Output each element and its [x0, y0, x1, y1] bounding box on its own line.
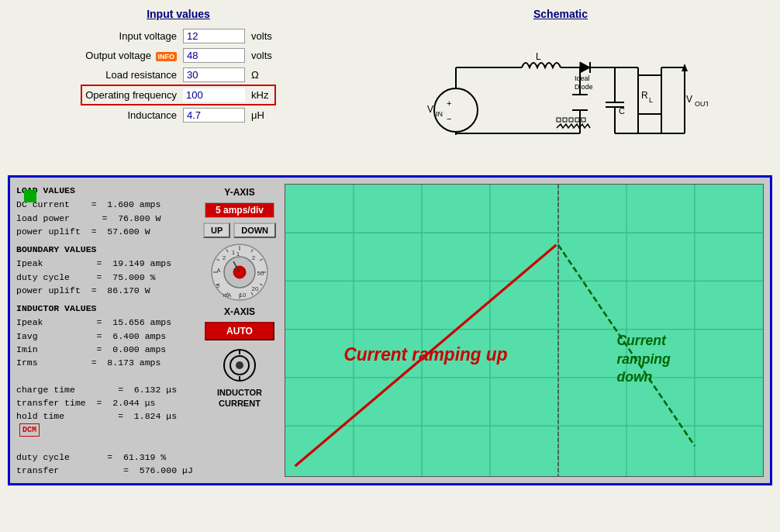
input-voltage-label: Input voltage [81, 26, 180, 46]
input-voltage-input[interactable] [183, 29, 245, 43]
oscilloscope-chart: Current ramping up Current ramping down [285, 184, 764, 477]
up-button[interactable]: UP [203, 223, 230, 238]
operating-frequency-row: Operating frequency kHz [81, 85, 275, 105]
dial-svg: 1 2 50 20 10 mA 5 A 2 1 [210, 243, 269, 302]
load-resistance-unit: Ω [248, 65, 275, 85]
output-voltage-unit: volts [248, 46, 275, 65]
svg-text:mA: mA [223, 292, 232, 298]
svg-text:R: R [641, 90, 648, 101]
output-voltage-input[interactable] [183, 48, 245, 63]
svg-text:+: + [447, 98, 451, 108]
boundary-ipeak-row: Ipeak = 19.149 amps [16, 257, 195, 270]
input-voltage-field-cell [180, 26, 248, 46]
output-voltage-label: Output voltage INFO [81, 46, 180, 65]
inductor-iavg-row: Iavg = 6.400 amps [16, 330, 195, 343]
operating-frequency-field-cell [180, 85, 248, 105]
operating-frequency-label: Operating frequency [81, 85, 180, 105]
svg-text:V: V [427, 104, 433, 115]
dial-knob[interactable]: 1 2 50 20 10 mA 5 A 2 1 [210, 243, 269, 302]
dcm-badge: DCM [19, 423, 40, 437]
inductance-unit: μH [248, 105, 275, 125]
inductor-values-title: INDUCTOR VALUES [16, 302, 195, 315]
output-voltage-row: Output voltage INFO volts [81, 46, 275, 65]
load-values-title: LOAD VALUES [16, 184, 195, 197]
auto-button[interactable]: AUTO [205, 322, 274, 340]
inductor-imin-row: Imin = 0.000 amps [16, 343, 195, 356]
status-indicator [24, 190, 36, 202]
svg-text:Diode: Diode [575, 83, 593, 91]
svg-text:50: 50 [257, 270, 264, 277]
boundary-duty-row: duty cycle = 75.000 % [16, 271, 195, 284]
chart-svg: Current ramping up Current ramping down [285, 185, 763, 476]
input-voltage-row: Input voltage volts [81, 26, 275, 46]
input-values-title: Input values [16, 8, 341, 20]
inductance-row: Inductance μH [81, 105, 275, 125]
svg-text:IN: IN [436, 110, 443, 118]
boundary-power-row: power uplift = 86.170 W [16, 284, 195, 297]
load-resistance-input[interactable] [183, 67, 245, 82]
boundary-values-title: BOUNDARY VALUES [16, 243, 195, 256]
osc-controls: Y-AXIS 5 amps/div UP DOWN [201, 184, 278, 477]
load-power-row: load power = 76.800 W [16, 212, 195, 225]
input-table: Input voltage volts Output voltage INFO … [81, 26, 276, 125]
svg-rect-0 [413, 25, 708, 164]
inductor-label: INDUCTOR CURRENT [217, 387, 262, 409]
osc-info-panel: LOAD VALUES DC current = 1.600 amps load… [16, 184, 195, 477]
schematic-svg: + − V IN L Ideal Diode [413, 25, 708, 164]
svg-text:10: 10 [240, 292, 247, 299]
y-axis-value: 5 amps/div [205, 202, 274, 218]
inductance-input[interactable] [183, 108, 245, 123]
inductance-field-cell [180, 105, 248, 125]
y-axis-label: Y-AXIS [224, 187, 254, 198]
dc-current-row: DC current = 1.600 amps [16, 198, 195, 211]
x-axis-label: X-AXIS [224, 306, 255, 317]
svg-text:V: V [686, 94, 692, 105]
svg-text:Ideal: Ideal [575, 74, 590, 82]
svg-text:L: L [649, 96, 653, 104]
svg-text:down: down [616, 369, 652, 385]
svg-point-76 [236, 361, 243, 369]
input-values-panel: Input values Input voltage volts Output … [16, 8, 341, 164]
down-button[interactable]: DOWN [233, 223, 276, 238]
svg-text:L: L [536, 51, 541, 62]
transfer-time-row: transfer time = 2.044 μs [16, 396, 195, 409]
svg-text:Current ramping up: Current ramping up [343, 344, 507, 364]
inductance-label: Inductance [81, 105, 180, 125]
duty-cycle-row: duty cycle = 61.319 % [16, 451, 195, 464]
inductor-ipeak-row: Ipeak = 15.656 amps [16, 316, 195, 329]
up-down-buttons: UP DOWN [203, 223, 276, 238]
svg-text:A: A [217, 268, 221, 273]
schematic-panel: Schematic + − V IN L Ideal Diode [357, 8, 764, 164]
top-section: Input values Input voltage volts Output … [0, 0, 780, 171]
svg-rect-79 [285, 185, 763, 476]
svg-text:2: 2 [252, 254, 256, 261]
schematic-title: Schematic [357, 8, 764, 20]
transfer-row: transfer = 576.000 μJ [16, 464, 195, 477]
info-badge[interactable]: INFO [156, 52, 178, 61]
charge-time-row: charge time = 6.132 μs [16, 383, 195, 396]
load-resistance-row: Load resistance Ω [81, 65, 275, 85]
svg-text:OUT: OUT [695, 100, 708, 108]
operating-frequency-input[interactable] [183, 88, 245, 102]
inductor-irms-row: Irms = 8.173 amps [16, 356, 195, 369]
svg-text:−: − [447, 114, 451, 123]
operating-frequency-unit: kHz [248, 85, 275, 105]
load-resistance-field-cell [180, 65, 248, 85]
output-voltage-field-cell [180, 46, 248, 65]
svg-text:20: 20 [252, 285, 259, 292]
inductor-icon [221, 348, 258, 382]
svg-text:Current: Current [616, 333, 667, 348]
svg-text:C: C [619, 106, 625, 116]
svg-text:ramping: ramping [616, 351, 670, 367]
oscilloscope-panel: LOAD VALUES DC current = 1.600 amps load… [8, 175, 772, 485]
svg-text:1: 1 [232, 249, 236, 256]
load-power-uplift-row: power uplift = 57.600 W [16, 225, 195, 238]
hold-time-row: hold time = 1.824 μs DCM [16, 409, 195, 437]
svg-text:2: 2 [223, 254, 226, 261]
svg-text:5: 5 [216, 282, 220, 289]
input-voltage-unit: volts [248, 26, 275, 46]
load-resistance-label: Load resistance [81, 65, 180, 85]
